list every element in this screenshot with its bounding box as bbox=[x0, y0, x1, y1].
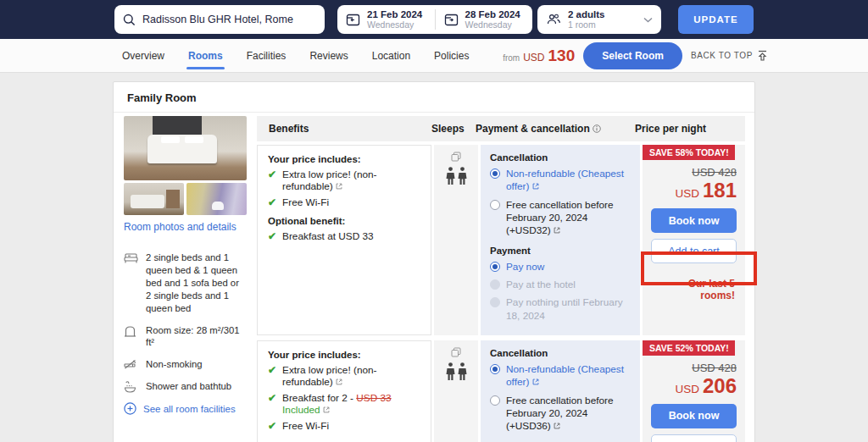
info-icon[interactable] bbox=[593, 124, 601, 133]
offer-row-2: Your price includes: ✔ Extra low price! … bbox=[257, 340, 745, 442]
radio-unselected-icon[interactable] bbox=[490, 200, 500, 210]
from-amount: 130 bbox=[548, 47, 576, 65]
occupancy-selector[interactable]: 2 adults 1 room bbox=[537, 5, 661, 34]
family-room-card: Family Room Room photos and details 2 si… bbox=[113, 81, 755, 442]
benefit-item-breakfast: ✔ Breakfast for 2 - USD 33 Included bbox=[268, 392, 420, 416]
option-label: Pay nothing until February 18, 2024 bbox=[506, 296, 631, 323]
check-icon: ✔ bbox=[268, 392, 276, 404]
offer2-payment-cell: Cancellation Non-refundable (Cheapest of… bbox=[481, 340, 640, 442]
tab-policies[interactable]: Policies bbox=[422, 39, 481, 73]
payment-column-header: Payment & cancellation bbox=[476, 123, 590, 135]
tab-rooms[interactable]: Rooms bbox=[176, 39, 235, 73]
room-photo-thumb-1[interactable] bbox=[124, 183, 184, 215]
room-photos-link[interactable]: Room photos and details bbox=[124, 221, 247, 233]
select-room-button[interactable]: Select Room bbox=[583, 42, 682, 69]
search-input[interactable] bbox=[142, 14, 316, 25]
hotel-subnav: Overview Rooms Facilities Reviews Locati… bbox=[0, 39, 868, 73]
benefit-item: ✔ Free Wi-Fi bbox=[268, 420, 420, 432]
cancellation-heading: Cancellation bbox=[490, 348, 631, 358]
tab-facilities[interactable]: Facilities bbox=[235, 39, 298, 73]
external-link-icon[interactable] bbox=[336, 378, 342, 385]
checkout-date-value: 28 Feb 2024 bbox=[465, 9, 520, 19]
adult-icon bbox=[446, 362, 455, 381]
bathroom-feature-text: Shower and bathtub bbox=[146, 380, 231, 393]
radio-selected-icon[interactable] bbox=[490, 364, 500, 374]
included-label: Included bbox=[282, 404, 320, 416]
external-link-icon[interactable] bbox=[336, 183, 342, 190]
from-currency: USD bbox=[523, 52, 544, 64]
bed-icon bbox=[124, 251, 138, 315]
tab-reviews[interactable]: Reviews bbox=[298, 39, 359, 73]
shower-icon bbox=[124, 380, 138, 393]
back-to-top-button[interactable]: BACK TO TOP bbox=[691, 50, 768, 62]
see-all-facilities-link[interactable]: See all room facilities bbox=[124, 402, 247, 415]
back-to-top-label: BACK TO TOP bbox=[691, 51, 753, 60]
update-button[interactable]: UPDATE bbox=[678, 5, 754, 34]
radio-disabled-icon bbox=[490, 279, 500, 290]
adult-icon bbox=[446, 167, 455, 185]
benefit-item: ✔ Extra low price! (non-refundable) bbox=[268, 364, 420, 388]
external-link-icon[interactable] bbox=[532, 183, 539, 190]
price-amount: 181 bbox=[703, 179, 737, 202]
checkin-date[interactable]: 21 Feb 2024 Wednesday bbox=[337, 9, 435, 30]
tab-location[interactable]: Location bbox=[360, 39, 422, 73]
price-currency: USD bbox=[675, 187, 699, 200]
cancellation-option-nonrefundable[interactable]: Non-refundable (Cheapest offer) bbox=[490, 363, 631, 390]
room-layout-icon[interactable] bbox=[451, 347, 461, 357]
benefit-text: Free Wi-Fi bbox=[282, 420, 329, 432]
price-amount: 206 bbox=[703, 374, 737, 397]
benefit-item: ✔ Breakfast at USD 33 bbox=[268, 230, 420, 242]
external-link-icon[interactable] bbox=[532, 378, 539, 385]
payment-option-paynow[interactable]: Pay now bbox=[490, 261, 631, 273]
optional-heading: Optional benefit: bbox=[268, 216, 420, 226]
book-now-button[interactable]: Book now bbox=[651, 208, 737, 233]
radio-unselected-icon[interactable] bbox=[490, 395, 500, 406]
room-photo-thumb-2[interactable] bbox=[186, 183, 247, 215]
room-summary-column: Room photos and details 2 single beds an… bbox=[124, 113, 247, 442]
option-label: Non-refundable (Cheapest offer) bbox=[506, 363, 624, 388]
calendar-checkin-icon bbox=[346, 13, 360, 27]
tab-overview[interactable]: Overview bbox=[110, 39, 176, 73]
option-label: Non-refundable (Cheapest offer) bbox=[506, 168, 624, 192]
offer2-price-cell: SAVE 52% TODAY! USD 428 USD206 Book now … bbox=[643, 340, 745, 442]
room-photo-main[interactable] bbox=[124, 116, 247, 180]
top-search-bar: 21 Feb 2024 Wednesday 28 Feb 2024 Wednes… bbox=[0, 0, 868, 39]
date-range-picker: 21 Feb 2024 Wednesday 28 Feb 2024 Wednes… bbox=[337, 5, 532, 34]
cancellation-option-nonrefundable[interactable]: Non-refundable (Cheapest offer) bbox=[490, 168, 631, 194]
room-layout-icon[interactable] bbox=[451, 152, 461, 162]
checkout-date[interactable]: 28 Feb 2024 Wednesday bbox=[435, 9, 533, 30]
search-icon bbox=[123, 14, 136, 26]
radio-selected-icon[interactable] bbox=[490, 169, 500, 179]
checkin-day-value: Wednesday bbox=[367, 19, 422, 30]
non-smoking: Non-smoking bbox=[124, 358, 247, 371]
book-now-button[interactable]: Book now bbox=[651, 404, 737, 428]
benefit-text: Extra low price! (non-refundable) bbox=[282, 364, 376, 388]
cancellation-option-free[interactable]: Free cancellation before February 20, 20… bbox=[490, 199, 631, 238]
cancellation-heading: Cancellation bbox=[490, 152, 631, 163]
current-price: USD206 bbox=[651, 374, 737, 398]
current-price: USD181 bbox=[651, 179, 737, 202]
from-price: from USD 130 bbox=[503, 47, 575, 65]
plus-circle-icon bbox=[124, 402, 136, 415]
occupancy-guests: 2 adults bbox=[568, 9, 637, 19]
cancellation-option-free[interactable]: Free cancellation before February 20, 20… bbox=[490, 395, 631, 434]
old-price: USD 428 bbox=[651, 362, 737, 374]
offer1-benefits-cell: Your price includes: ✔ Extra low price! … bbox=[257, 145, 431, 335]
add-to-cart-button[interactable]: Add to cart bbox=[651, 239, 737, 263]
benefit-item: ✔ Free Wi-Fi bbox=[268, 196, 420, 208]
benefit-text: Extra low price! (non-refundable) bbox=[282, 169, 376, 192]
external-link-icon[interactable] bbox=[323, 406, 330, 413]
benefit-item: ✔ Extra low price! (non-refundable) bbox=[268, 169, 420, 192]
external-link-icon[interactable] bbox=[554, 423, 560, 429]
save-badge: SAVE 58% TODAY! bbox=[643, 145, 735, 160]
add-to-cart-button[interactable]: Add to cart bbox=[651, 434, 737, 442]
radio-selected-icon[interactable] bbox=[490, 262, 500, 272]
hotel-search-box[interactable] bbox=[114, 5, 325, 34]
chevron-down-icon bbox=[643, 17, 653, 23]
external-link-icon[interactable] bbox=[554, 227, 560, 234]
checkin-date-value: 21 Feb 2024 bbox=[367, 9, 422, 19]
includes-heading: Your price includes: bbox=[268, 154, 420, 164]
check-icon: ✔ bbox=[268, 420, 276, 432]
section-tabs: Overview Rooms Facilities Reviews Locati… bbox=[110, 39, 481, 73]
bed-configuration: 2 single beds and 1 queen bed & 1 queen … bbox=[124, 251, 247, 315]
